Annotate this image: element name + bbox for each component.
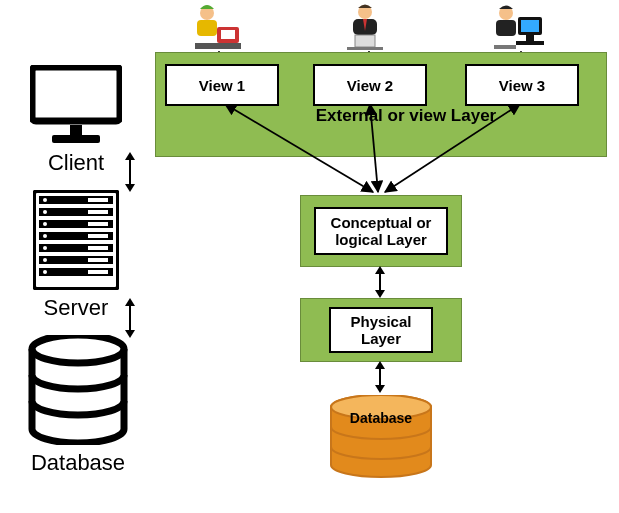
database-label: Database bbox=[15, 450, 141, 476]
svg-rect-46 bbox=[526, 35, 534, 41]
svg-rect-45 bbox=[521, 20, 539, 32]
svg-rect-20 bbox=[88, 270, 108, 274]
user-icon-3 bbox=[488, 3, 548, 51]
external-layer-label: External or view Layer bbox=[286, 106, 526, 126]
database-cylinder-icon bbox=[28, 335, 128, 445]
svg-rect-1 bbox=[70, 125, 82, 135]
svg-rect-19 bbox=[88, 258, 108, 262]
svg-marker-29 bbox=[125, 298, 135, 306]
physical-database-arrow-icon bbox=[373, 361, 387, 393]
conceptual-layer-box: Conceptual or logical Layer bbox=[314, 207, 448, 255]
svg-rect-36 bbox=[195, 43, 241, 49]
svg-point-24 bbox=[43, 234, 47, 238]
database-storage-icon bbox=[327, 395, 435, 480]
svg-rect-16 bbox=[88, 222, 108, 226]
svg-rect-18 bbox=[88, 246, 108, 250]
server-database-arrow-icon bbox=[122, 298, 138, 338]
physical-layer-panel: Physical Layer bbox=[300, 298, 462, 362]
svg-point-31 bbox=[32, 335, 124, 363]
view-box-1: View 1 bbox=[165, 64, 279, 106]
svg-rect-47 bbox=[516, 41, 544, 45]
svg-rect-2 bbox=[52, 135, 100, 143]
svg-marker-4 bbox=[125, 152, 135, 160]
svg-point-22 bbox=[43, 210, 47, 214]
client-label: Client bbox=[30, 150, 122, 176]
svg-marker-5 bbox=[125, 184, 135, 192]
conceptual-layer-panel: Conceptual or logical Layer bbox=[300, 195, 462, 267]
svg-rect-40 bbox=[355, 35, 375, 47]
svg-rect-43 bbox=[496, 20, 516, 36]
svg-point-27 bbox=[43, 270, 47, 274]
view-box-2: View 2 bbox=[313, 64, 427, 106]
svg-rect-15 bbox=[88, 210, 108, 214]
svg-point-23 bbox=[43, 222, 47, 226]
physical-layer-box: Physical Layer bbox=[329, 307, 433, 353]
svg-rect-35 bbox=[221, 30, 235, 39]
svg-rect-0 bbox=[32, 67, 120, 121]
svg-marker-60 bbox=[375, 290, 385, 298]
conceptual-physical-arrow-icon bbox=[373, 266, 387, 298]
svg-rect-17 bbox=[88, 234, 108, 238]
svg-rect-33 bbox=[197, 20, 217, 36]
user-icon-1 bbox=[185, 3, 245, 51]
view-box-3: View 3 bbox=[465, 64, 579, 106]
client-server-arrow-icon bbox=[122, 152, 138, 192]
svg-rect-41 bbox=[347, 47, 383, 50]
database-storage-label: Database bbox=[327, 410, 435, 426]
svg-point-26 bbox=[43, 258, 47, 262]
svg-marker-63 bbox=[375, 385, 385, 393]
svg-point-25 bbox=[43, 246, 47, 250]
svg-marker-59 bbox=[375, 266, 385, 274]
user-icon-2 bbox=[335, 3, 395, 51]
server-label: Server bbox=[30, 295, 122, 321]
svg-marker-62 bbox=[375, 361, 385, 369]
server-rack-icon bbox=[33, 190, 119, 290]
svg-point-21 bbox=[43, 198, 47, 202]
svg-rect-14 bbox=[88, 198, 108, 202]
client-monitor-icon bbox=[30, 65, 122, 145]
svg-rect-48 bbox=[494, 45, 516, 49]
